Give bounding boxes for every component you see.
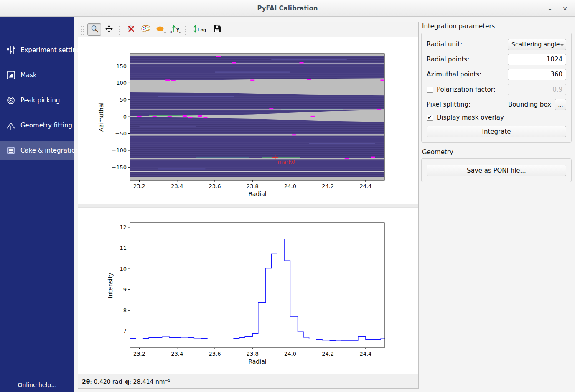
- chevron-down-icon: [164, 32, 166, 34]
- floppy-icon: [213, 25, 221, 34]
- sidebar-item-label: Experiment settings: [20, 46, 84, 54]
- svg-text:100: 100: [116, 80, 127, 86]
- radial-unit-select[interactable]: Scattering angle :: [508, 39, 566, 50]
- polarization-label: Polarization factor:: [437, 86, 508, 93]
- app-window: PyFAI Calibration – ✕ Experiment setting…: [0, 0, 575, 392]
- sidebar: Experiment settings Mask Peak picking Ge…: [0, 17, 74, 392]
- toolbar-drag-handle[interactable]: [81, 25, 84, 35]
- sidebar-item-label: Cake & integration: [20, 147, 79, 154]
- svg-text:mark0: mark0: [277, 159, 295, 165]
- save-figure-button[interactable]: [210, 23, 224, 36]
- polarization-checkbox[interactable]: [427, 87, 433, 93]
- sliders-icon: [6, 45, 16, 55]
- display-mask-checkbox[interactable]: [427, 115, 433, 121]
- close-button[interactable]: ✕: [560, 4, 570, 13]
- geometry-group: Save as PONI file...: [421, 158, 572, 182]
- log-arrow-icon: [193, 25, 197, 34]
- zoom-reset-button[interactable]: [124, 23, 138, 36]
- sidebar-item-cake-integration[interactable]: Cake & integration: [0, 141, 74, 160]
- display-mask-label: Display mask overlay: [437, 114, 566, 121]
- svg-text:23.8: 23.8: [247, 351, 259, 357]
- svg-text:−150: −150: [112, 164, 127, 171]
- minimize-button[interactable]: –: [545, 4, 555, 13]
- svg-text:12: 12: [120, 224, 127, 230]
- azimuthal-heatmap-plot[interactable]: mark023.223.423.623.824.024.224.41501005…: [78, 37, 418, 204]
- pixel-splitting-value: Bounding box: [471, 101, 551, 108]
- pixel-splitting-label: Pixel splitting:: [427, 101, 471, 108]
- svg-text:Radial: Radial: [248, 358, 266, 365]
- svg-text:10: 10: [120, 266, 127, 272]
- chevron-down-icon: [178, 32, 181, 34]
- status-bar: 2θ: 0.420 radq: 28.414 nm⁻¹: [78, 374, 418, 388]
- integration-parameters-title: Integration parameters: [422, 23, 572, 30]
- svg-text:24.0: 24.0: [284, 351, 296, 357]
- red-cross-magnifier-icon: [127, 25, 135, 34]
- svg-text:8: 8: [123, 307, 127, 313]
- svg-text:24.2: 24.2: [322, 183, 334, 189]
- move-icon: [105, 25, 113, 34]
- toolbar-separator: [119, 25, 120, 35]
- svg-text:Intensity: Intensity: [107, 273, 114, 298]
- svg-text:23.4: 23.4: [171, 183, 183, 189]
- svg-text:7: 7: [123, 328, 127, 334]
- sidebar-item-geometry-fitting[interactable]: Geometry fitting: [0, 116, 74, 135]
- sidebar-item-experiment-settings[interactable]: Experiment settings: [0, 41, 74, 60]
- colormap-button[interactable]: [139, 23, 153, 36]
- online-help-link[interactable]: Online help...: [0, 382, 74, 388]
- integrate-button[interactable]: Integrate: [427, 126, 566, 137]
- svg-text:24.0: 24.0: [284, 183, 296, 189]
- chevron-down-icon: [560, 44, 564, 48]
- sidebar-item-label: Mask: [20, 71, 37, 79]
- geometry-title: Geometry: [422, 148, 572, 156]
- radial-unit-label: Radial unit:: [427, 41, 508, 48]
- intensity-line-plot[interactable]: 23.223.423.623.824.024.224.4789101112Rad…: [78, 208, 418, 374]
- sidebar-item-mask[interactable]: Mask: [0, 66, 74, 85]
- toolbar-separator: [185, 25, 186, 35]
- title-bar: PyFAI Calibration – ✕: [0, 0, 575, 17]
- plot-splitter[interactable]: [78, 204, 418, 208]
- svg-text:11: 11: [120, 245, 127, 251]
- svg-text:24.4: 24.4: [359, 351, 371, 357]
- sidebar-item-label: Peak picking: [20, 97, 60, 104]
- svg-text:Azimuthal: Azimuthal: [98, 102, 104, 132]
- svg-text:50: 50: [120, 97, 127, 103]
- y-axis-orientation-button[interactable]: a Y: [168, 23, 182, 36]
- svg-text:23.8: 23.8: [247, 183, 259, 189]
- palette-icon: [141, 25, 151, 34]
- magnifier-icon: [90, 25, 99, 34]
- integration-side-panel: Integration parameters Radial unit: Scat…: [421, 19, 572, 182]
- svg-text:−50: −50: [115, 130, 127, 137]
- svg-text:9: 9: [123, 286, 127, 293]
- svg-text:23.6: 23.6: [209, 183, 221, 189]
- q-label: q: [125, 378, 129, 385]
- svg-text:−100: −100: [112, 147, 127, 153]
- pan-mode-button[interactable]: [102, 23, 116, 36]
- azimuthal-points-input[interactable]: [508, 69, 566, 80]
- svg-text:23.6: 23.6: [209, 351, 221, 357]
- radial-points-input[interactable]: [508, 54, 566, 65]
- zoom-mode-button[interactable]: [87, 23, 101, 36]
- mask-icon: [6, 70, 16, 80]
- two-theta-label: 2θ: [82, 378, 90, 385]
- green-up-arrow-icon: [172, 25, 176, 34]
- q-value: : 28.414 nm⁻¹: [129, 378, 170, 385]
- pixel-splitting-options-button[interactable]: ...: [555, 99, 566, 110]
- svg-text:24.4: 24.4: [359, 183, 371, 189]
- save-poni-button[interactable]: Save as PONI file...: [427, 165, 566, 176]
- sidebar-item-peak-picking[interactable]: Peak picking: [0, 91, 74, 110]
- log-label: Log: [198, 27, 206, 32]
- svg-text:23.2: 23.2: [133, 351, 145, 357]
- svg-text:150: 150: [116, 63, 127, 69]
- two-theta-value: : 0.420 rad: [90, 378, 122, 385]
- log-scale-button[interactable]: Log: [190, 23, 209, 36]
- plot-panel: a Y Log mark023.223.423.623.824.024.224.…: [78, 22, 419, 389]
- curve-icon: [6, 120, 16, 130]
- mask-shape-button[interactable]: [153, 23, 167, 36]
- target-icon: [6, 95, 16, 105]
- svg-text:24.2: 24.2: [322, 351, 334, 357]
- svg-text:23.4: 23.4: [171, 351, 183, 357]
- sidebar-item-label: Geometry fitting: [20, 122, 72, 129]
- plot-toolbar: a Y Log: [78, 22, 418, 37]
- radial-points-label: Radial points:: [427, 56, 508, 63]
- svg-text:Radial: Radial: [248, 191, 266, 197]
